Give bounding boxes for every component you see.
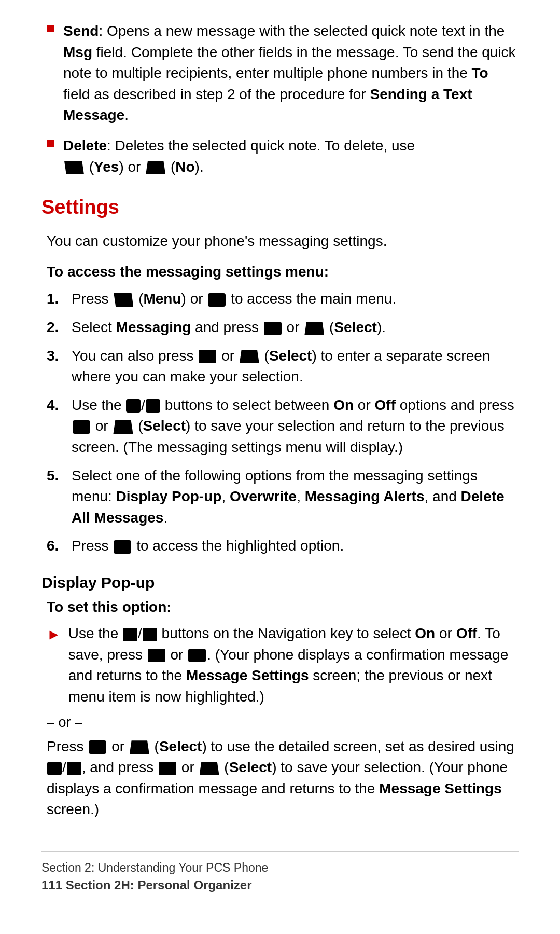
round-btn-1 bbox=[208, 293, 226, 307]
step-4-num: 4. bbox=[47, 395, 72, 416]
or-separator: – or – bbox=[47, 712, 519, 733]
round-btn-3 bbox=[199, 350, 216, 363]
arrow-icon: ► bbox=[47, 624, 61, 645]
step-5-text: Select one of the following options from… bbox=[72, 465, 519, 529]
step-2: 2. Select Messaging and press or (Select… bbox=[47, 317, 519, 338]
select-btn-2 bbox=[304, 322, 324, 335]
nav-btn-pair-arrow: / bbox=[122, 625, 158, 641]
select-label-press: Select bbox=[159, 738, 202, 754]
msg-settings-label-1: Message Settings bbox=[186, 667, 309, 683]
nav-btn-right-press bbox=[67, 762, 81, 775]
step-2-num: 2. bbox=[47, 317, 72, 338]
overwrite-label: Overwrite bbox=[230, 488, 297, 504]
settings-section: Settings You can customize your phone's … bbox=[41, 193, 519, 820]
bullet-icon-delete bbox=[47, 140, 54, 147]
on-label-4: On bbox=[333, 397, 354, 413]
menu-btn-1 bbox=[114, 293, 133, 307]
off-label-arrow: Off bbox=[456, 625, 477, 641]
off-label-4: Off bbox=[375, 397, 396, 413]
nav-btn-pair-4: / bbox=[125, 397, 161, 413]
numbered-steps: 1. Press (Menu) or to access the main me… bbox=[47, 289, 519, 557]
bullet-delete-text: Delete: Deletes the selected quick note.… bbox=[63, 135, 519, 177]
footer-page: 111 Section 2H: Personal Organizer bbox=[41, 876, 519, 895]
round-btn-press1 bbox=[89, 740, 106, 754]
bullet-icon-send bbox=[47, 25, 54, 32]
nav-btn-left-4 bbox=[126, 399, 141, 413]
bullet-section: Send: Opens a new message with the selec… bbox=[41, 21, 519, 177]
bullet-send-text: Send: Opens a new message with the selec… bbox=[63, 21, 519, 126]
to-field: To bbox=[472, 65, 488, 81]
footer: Section 2: Understanding Your PCS Phone … bbox=[41, 851, 519, 895]
step-1-text: Press (Menu) or to access the main menu. bbox=[72, 289, 519, 310]
round-btn-6 bbox=[114, 540, 131, 554]
step-3-text: You can also press or (Select) to enter … bbox=[72, 346, 519, 388]
send-label: Send bbox=[63, 23, 99, 39]
select-btn-press2 bbox=[200, 762, 219, 775]
display-popup-label: Display Pop-up bbox=[116, 488, 222, 504]
bullet-send: Send: Opens a new message with the selec… bbox=[47, 21, 519, 126]
menu-label-1: Menu bbox=[143, 291, 181, 307]
step-6: 6. Press to access the highlighted optio… bbox=[47, 535, 519, 557]
bullet-delete: Delete: Deletes the selected quick note.… bbox=[47, 135, 519, 177]
round-btn-arrow2 bbox=[188, 649, 206, 662]
arrow-bullet-item: ► Use the / buttons on the Navigation ke… bbox=[47, 623, 519, 707]
step-1-num: 1. bbox=[47, 289, 72, 310]
access-label: To access the messaging settings menu: bbox=[47, 262, 519, 283]
select-label-2: Select bbox=[334, 319, 377, 335]
step-1: 1. Press (Menu) or to access the main me… bbox=[47, 289, 519, 310]
select-btn-4 bbox=[113, 420, 133, 434]
display-popup-section: Display Pop-up To set this option: ► Use… bbox=[41, 571, 519, 820]
msg-field: Msg bbox=[63, 44, 92, 60]
round-btn-press2 bbox=[159, 762, 176, 775]
settings-intro: You can customize your phone's messaging… bbox=[47, 231, 519, 252]
sending-text-msg: Sending a Text Message bbox=[63, 86, 472, 123]
footer-section-label: Section 2: Understanding Your PCS Phone bbox=[41, 859, 519, 876]
settings-heading: Settings bbox=[41, 193, 519, 222]
delete-label: Delete bbox=[63, 138, 107, 154]
yes-button-icon bbox=[64, 161, 84, 174]
nav-btn-right-arrow bbox=[143, 628, 157, 641]
messaging-label: Messaging bbox=[116, 319, 191, 335]
yes-label: Yes bbox=[94, 159, 119, 175]
msg-settings-label-2: Message Settings bbox=[379, 780, 502, 796]
round-btn-4 bbox=[73, 420, 90, 434]
step-4: 4. Use the / buttons to select between O… bbox=[47, 395, 519, 458]
nav-btn-left-press bbox=[47, 762, 62, 775]
select-btn-3 bbox=[240, 350, 259, 363]
press-line-block: Press or (Select) to use the detailed sc… bbox=[47, 736, 519, 820]
step-4-text: Use the / buttons to select between On o… bbox=[72, 395, 519, 458]
step-3: 3. You can also press or (Select) to ent… bbox=[47, 346, 519, 388]
step-2-text: Select Messaging and press or (Select). bbox=[72, 317, 519, 338]
select-label-3: Select bbox=[269, 348, 312, 364]
select-label-press2: Select bbox=[229, 759, 272, 775]
messaging-alerts-label: Messaging Alerts bbox=[305, 488, 425, 504]
arrow-bullet-text: Use the / buttons on the Navigation key … bbox=[68, 623, 519, 707]
step-6-text: Press to access the highlighted option. bbox=[72, 535, 519, 557]
round-btn-2 bbox=[264, 322, 282, 335]
step-5-num: 5. bbox=[47, 465, 72, 487]
nav-btn-left-arrow bbox=[123, 628, 137, 641]
step-5: 5. Select one of the following options f… bbox=[47, 465, 519, 529]
on-label-arrow: On bbox=[415, 625, 435, 641]
step-3-num: 3. bbox=[47, 346, 72, 367]
round-btn-arrow1 bbox=[148, 649, 165, 662]
step-6-num: 6. bbox=[47, 535, 72, 557]
no-button-icon bbox=[146, 161, 165, 174]
no-label: No bbox=[175, 159, 194, 175]
nav-btn-right-4 bbox=[146, 399, 160, 413]
nav-btn-pair-press: / bbox=[47, 759, 82, 775]
select-label-4: Select bbox=[143, 418, 186, 434]
set-option-label: To set this option: bbox=[47, 597, 519, 618]
display-popup-heading: Display Pop-up bbox=[41, 571, 519, 594]
select-btn-press bbox=[130, 740, 149, 754]
